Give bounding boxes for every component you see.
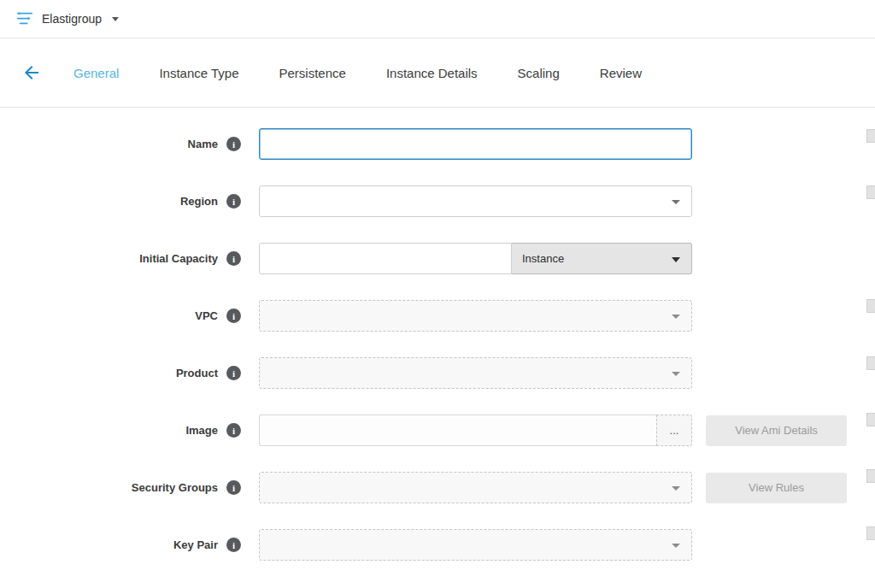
wizard-tab-bar: General Instance Type Persistence Instan… bbox=[0, 38, 875, 108]
capacity-unit-value: Instance bbox=[522, 252, 564, 265]
info-icon[interactable]: i bbox=[226, 538, 241, 552]
product-label: Product bbox=[176, 367, 218, 379]
info-icon[interactable]: i bbox=[226, 309, 241, 323]
info-icon[interactable]: i bbox=[226, 423, 241, 438]
tab-general[interactable]: General bbox=[73, 57, 119, 89]
back-arrow-icon[interactable] bbox=[19, 60, 44, 85]
form-row-name: Name i bbox=[0, 128, 875, 160]
image-label: Image bbox=[185, 424, 218, 437]
clipped-edge-fragment bbox=[866, 185, 875, 199]
image-input[interactable] bbox=[259, 415, 656, 446]
form-row-initial-capacity: Initial Capacity i Instance bbox=[0, 243, 875, 274]
key-pair-label: Key Pair bbox=[173, 538, 218, 551]
key-pair-select bbox=[259, 529, 692, 561]
chevron-down-icon bbox=[672, 200, 680, 204]
clipped-edge-fragment bbox=[866, 129, 875, 143]
initial-capacity-input[interactable] bbox=[259, 243, 512, 274]
vpc-label: VPC bbox=[195, 309, 218, 322]
info-icon[interactable]: i bbox=[226, 137, 241, 151]
general-settings-form: Name i Region i Initial Capacity i Insta… bbox=[0, 108, 875, 561]
clipped-edge-fragment bbox=[866, 299, 875, 313]
form-row-key-pair: Key Pair i bbox=[0, 529, 875, 561]
form-row-region: Region i bbox=[0, 185, 875, 217]
name-input[interactable] bbox=[259, 128, 692, 160]
info-icon[interactable]: i bbox=[226, 480, 241, 495]
view-ami-details-button[interactable]: View Ami Details bbox=[706, 415, 847, 446]
info-icon[interactable]: i bbox=[226, 194, 241, 209]
chevron-down-icon bbox=[112, 17, 119, 21]
form-row-product: Product i bbox=[0, 357, 875, 389]
region-select[interactable] bbox=[259, 185, 692, 217]
clipped-edge-fragment bbox=[866, 469, 875, 483]
form-row-security-groups: Security Groups i View Rules bbox=[0, 472, 875, 503]
elastigroup-logo-icon bbox=[15, 11, 34, 26]
security-groups-label: Security Groups bbox=[132, 481, 218, 494]
form-row-vpc: VPC i bbox=[0, 300, 875, 332]
info-icon[interactable]: i bbox=[226, 251, 241, 266]
clipped-edge-fragment bbox=[866, 413, 875, 426]
tab-instance-details[interactable]: Instance Details bbox=[386, 57, 478, 89]
capacity-unit-select[interactable]: Instance bbox=[512, 243, 692, 274]
product-select bbox=[259, 357, 692, 389]
name-label: Name bbox=[188, 138, 218, 150]
form-row-image: Image i ... View Ami Details bbox=[0, 415, 875, 446]
tab-review[interactable]: Review bbox=[600, 57, 642, 89]
initial-capacity-label: Initial Capacity bbox=[139, 252, 218, 265]
info-icon[interactable]: i bbox=[226, 366, 241, 380]
chevron-down-icon bbox=[672, 372, 680, 376]
app-name: Elastigroup bbox=[42, 12, 102, 26]
chevron-down-icon bbox=[672, 315, 680, 319]
product-switcher[interactable]: Elastigroup bbox=[15, 11, 119, 26]
clipped-edge-fragment bbox=[866, 526, 875, 540]
tab-persistence[interactable]: Persistence bbox=[279, 57, 346, 89]
security-groups-select bbox=[259, 472, 692, 503]
region-label: Region bbox=[180, 195, 218, 208]
chevron-down-icon bbox=[672, 257, 680, 262]
view-rules-button[interactable]: View Rules bbox=[706, 473, 847, 503]
tab-scaling[interactable]: Scaling bbox=[518, 57, 560, 89]
tab-instance-type[interactable]: Instance Type bbox=[159, 57, 238, 89]
image-browse-button[interactable]: ... bbox=[656, 415, 692, 446]
chevron-down-icon bbox=[672, 486, 680, 491]
vpc-select bbox=[259, 300, 692, 332]
top-bar: Elastigroup bbox=[0, 0, 875, 38]
clipped-edge-fragment bbox=[866, 356, 875, 370]
chevron-down-icon bbox=[672, 544, 680, 548]
tab-list: General Instance Type Persistence Instan… bbox=[73, 57, 682, 89]
